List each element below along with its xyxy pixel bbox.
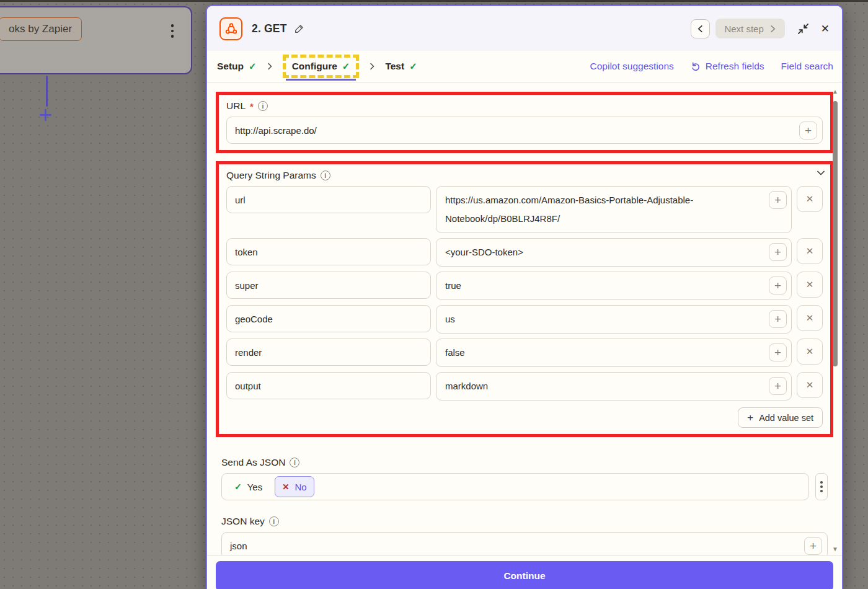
tab-test[interactable]: Test ✓ [385,61,417,72]
continue-button[interactable]: Continue [216,561,833,589]
param-value-input[interactable]: us + [436,305,792,334]
webhook-app-icon [219,17,242,40]
param-value-input[interactable]: <your-SDO-token> + [436,238,792,267]
param-value-input[interactable]: https://us.amazon.com/Amazon-Basics-Port… [436,186,792,233]
json-key-insert-data-button[interactable]: + [804,537,822,555]
next-step-button[interactable]: Next step [715,19,784,38]
param-value-text: false [445,347,465,358]
panel-header: 2. GET Next step ✕ [207,6,842,51]
param-key-value: token [235,247,258,257]
param-key-value: geoCode [235,314,273,324]
zap-step-node[interactable]: oks by Zapier [0,6,192,74]
param-value-text: https://us.amazon.com/Amazon-Basics-Port… [445,195,693,224]
param-key-input[interactable]: token [226,238,431,265]
scroll-up-arrow-icon[interactable]: ▲ [831,89,839,95]
json-key-section: JSON key i json + [221,516,828,556]
webhook-icon [224,22,238,35]
test-check-icon: ✓ [409,61,417,72]
param-key-input[interactable]: geoCode [226,305,431,332]
param-insert-data-button[interactable]: + [769,343,787,361]
panel-scrollbar[interactable]: ▲ ▼ [831,89,839,552]
field-search-link[interactable]: Field search [781,61,833,72]
url-input-value: http://api.scrape.do/ [235,125,799,136]
send-as-json-info-icon[interactable]: i [290,458,299,467]
option-no-selected[interactable]: ✕ No [275,476,314,497]
url-info-icon[interactable]: i [258,101,268,111]
param-value-input[interactable]: true + [436,272,792,300]
configure-check-icon: ✓ [342,61,350,72]
step-tabs: Setup ✓ Configure ✓ Test ✓ Copilot sugge… [207,51,842,82]
param-insert-data-button[interactable]: + [769,191,787,209]
next-step-label: Next step [724,24,763,34]
param-insert-data-button[interactable]: + [769,310,787,328]
url-insert-data-button[interactable]: + [799,122,817,140]
refresh-fields-label: Refresh fields [706,61,764,72]
param-value-text: true [445,280,461,291]
step-title: 2. GET [252,22,287,35]
add-value-set-button[interactable]: + Add value set [738,407,823,428]
json-key-input[interactable]: json + [221,532,828,556]
param-key-input[interactable]: render [226,339,431,366]
tab-setup[interactable]: Setup ✓ [217,61,257,72]
url-field-label: URL [226,100,246,112]
tab-configure[interactable]: Configure ✓ [292,61,350,72]
x-icon: ✕ [282,482,289,492]
tab-test-label: Test [385,61,404,72]
chevron-left-icon [697,25,704,32]
node-kebab-menu-icon[interactable] [166,24,179,38]
json-key-value: json [230,541,804,551]
chevron-right-icon [769,25,776,32]
remove-param-button[interactable]: ✕ [797,238,823,264]
param-row: output markdown + ✕ [226,372,823,401]
option-no-label: No [295,482,307,492]
add-step-plus-icon[interactable]: + [38,103,52,126]
param-value-input[interactable]: false + [436,339,792,367]
field-search-label: Field search [781,61,833,72]
remove-param-button[interactable]: ✕ [797,272,823,298]
edit-title-icon[interactable] [294,24,304,34]
refresh-icon [691,61,701,71]
param-insert-data-button[interactable]: + [769,243,787,261]
scroll-down-arrow-icon[interactable]: ▼ [831,546,839,552]
tab-setup-label: Setup [217,61,244,72]
collapse-panel-icon[interactable] [797,23,809,35]
copilot-suggestions-link[interactable]: Copilot suggestions [590,61,674,72]
param-key-value: super [235,280,259,291]
panel-footer: Continue [207,555,842,589]
option-yes-label: Yes [247,482,262,492]
param-value-input[interactable]: markdown + [436,372,792,401]
json-key-info-icon[interactable]: i [269,516,279,526]
collapse-section-chevron-icon[interactable] [816,168,826,178]
setup-check-icon: ✓ [249,61,257,72]
required-asterisk: * [250,101,254,112]
param-key-value: url [235,195,246,205]
send-as-json-section: Send As JSON i ✓ Yes ✕ No [221,457,828,500]
scrollbar-thumb[interactable] [833,101,838,366]
remove-param-button[interactable]: ✕ [797,186,823,212]
query-params-info-icon[interactable]: i [321,170,330,180]
send-as-json-label: Send As JSON [221,457,285,468]
param-insert-data-button[interactable]: + [769,377,787,395]
refresh-fields-link[interactable]: Refresh fields [691,61,764,72]
param-row: geoCode us + ✕ [226,305,823,334]
url-input[interactable]: http://api.scrape.do/ + [226,117,823,144]
url-section-annotation: URL * i http://api.scrape.do/ + [216,92,833,153]
field-kebab-menu-icon[interactable] [815,473,828,500]
param-value-text: markdown [445,381,488,391]
remove-param-button[interactable]: ✕ [797,372,823,398]
remove-param-button[interactable]: ✕ [797,339,823,365]
param-row: render false + ✕ [226,339,823,367]
param-row: token <your-SDO-token> + ✕ [226,238,823,267]
param-key-input[interactable]: output [226,372,431,399]
param-key-input[interactable]: super [226,272,431,299]
tab-configure-label: Configure [292,61,337,72]
breadcrumb-chevron-icon [368,63,376,70]
check-icon: ✓ [234,482,242,492]
close-panel-icon[interactable]: ✕ [821,24,830,34]
option-yes[interactable]: ✓ Yes [228,476,269,497]
app-chip-webhooks-by-zapier[interactable]: oks by Zapier [0,17,82,41]
param-key-input[interactable]: url [226,186,431,213]
param-insert-data-button[interactable]: + [769,277,787,294]
previous-step-button[interactable] [691,19,710,38]
remove-param-button[interactable]: ✕ [797,305,823,331]
